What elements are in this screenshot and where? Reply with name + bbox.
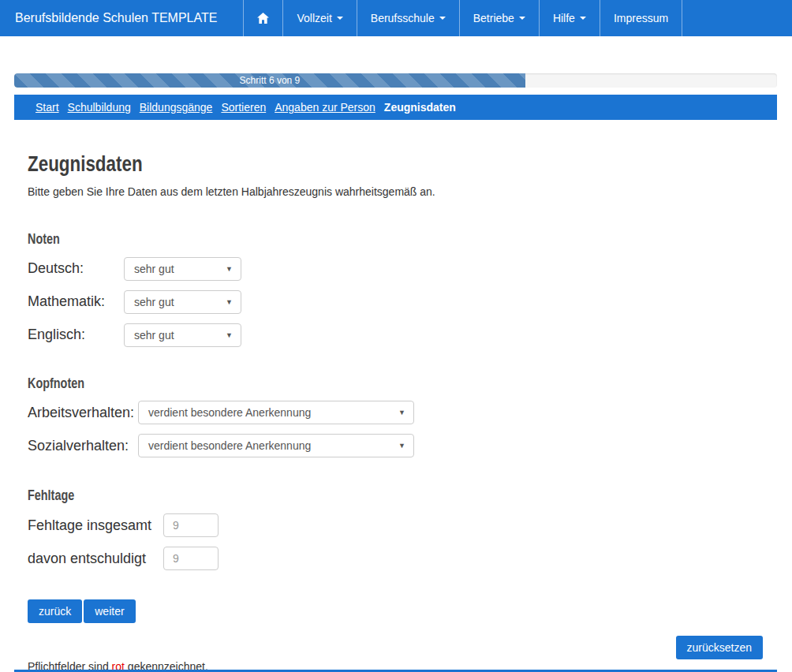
label-davon-entschuldigt: davon entschuldigt	[28, 551, 163, 567]
nav-hilfe[interactable]: Hilfe	[539, 0, 600, 36]
progress-label: Schritt 6 von 9	[240, 75, 301, 86]
chevron-down-icon	[580, 17, 586, 20]
breadcrumb-angaben-zur-person[interactable]: Angaben zur Person	[275, 101, 375, 114]
form-row-deutsch: Deutsch: sehr gut ▼	[28, 257, 792, 281]
dropdown-arrow-icon: ▼	[226, 298, 233, 306]
next-button[interactable]: weiter	[84, 599, 135, 623]
top-navbar: Berufsbildende Schulen TEMPLATE Vollzeit…	[0, 0, 792, 36]
main-content: Zeugnisdaten Bitte geben Sie Ihre Daten …	[0, 152, 792, 623]
progress-fill: Schritt 6 von 9	[14, 73, 525, 88]
form-row-fehltage-insgesamt: Fehltage insgesamt	[28, 513, 792, 537]
label-deutsch: Deutsch:	[28, 260, 124, 277]
form-row-englisch: Englisch: sehr gut ▼	[28, 323, 792, 347]
progress-bar-track: Schritt 6 von 9	[14, 73, 777, 88]
label-sozialverhalten: Sozialverhalten:	[28, 438, 138, 454]
label-fehltage-insgesamt: Fehltage insgesamt	[28, 517, 163, 534]
breadcrumb: Start Schulbildung Bildungsgänge Sortier…	[14, 95, 777, 120]
input-davon-entschuldigt[interactable]	[163, 547, 219, 570]
nav-home[interactable]	[243, 0, 282, 36]
nav-impressum[interactable]: Impressum	[600, 0, 682, 36]
select-sozialverhalten-value: verdient besondere Anerkennung	[148, 439, 311, 452]
nav-hilfe-label: Hilfe	[553, 12, 575, 24]
select-deutsch-value: sehr gut	[134, 263, 174, 275]
form-row-davon-entschuldigt: davon entschuldigt	[28, 547, 792, 570]
select-deutsch[interactable]: sehr gut ▼	[124, 257, 241, 281]
breadcrumb-current-zeugnisdaten: Zeugnisdaten	[384, 101, 456, 114]
section-heading-fehltage: Fehltage	[28, 488, 792, 504]
reset-row: zurücksetzen	[0, 636, 792, 659]
form-row-arbeitsverhalten: Arbeitsverhalten: verdient besondere Ane…	[28, 401, 792, 424]
select-englisch[interactable]: sehr gut ▼	[124, 323, 241, 347]
dropdown-arrow-icon: ▼	[226, 265, 233, 273]
reset-button[interactable]: zurücksetzen	[676, 636, 763, 659]
form-row-mathematik: Mathematik: sehr gut ▼	[28, 290, 792, 314]
select-mathematik-value: sehr gut	[134, 296, 174, 308]
label-mathematik: Mathematik:	[28, 293, 124, 310]
form-row-sozialverhalten: Sozialverhalten: verdient besondere Aner…	[28, 434, 792, 457]
label-arbeitsverhalten: Arbeitsverhalten:	[28, 405, 138, 421]
nav-vollzeit-label: Vollzeit	[297, 12, 331, 24]
form-actions: zurück weiter	[28, 599, 792, 623]
input-fehltage-insgesamt[interactable]	[163, 513, 219, 537]
breadcrumb-start[interactable]: Start	[35, 101, 59, 114]
chevron-down-icon	[439, 17, 446, 20]
breadcrumb-bildungsgaenge[interactable]: Bildungsgänge	[140, 101, 213, 114]
chevron-down-icon	[337, 17, 343, 20]
select-arbeitsverhalten-value: verdient besondere Anerkennung	[148, 406, 311, 419]
navbar-menu: Vollzeit Berufsschule Betriebe Hilfe Imp…	[243, 0, 682, 36]
select-mathematik[interactable]: sehr gut ▼	[124, 290, 241, 314]
nav-berufsschule[interactable]: Berufsschule	[357, 0, 459, 36]
back-button[interactable]: zurück	[28, 599, 82, 623]
nav-betriebe-label: Betriebe	[473, 12, 514, 24]
nav-vollzeit[interactable]: Vollzeit	[282, 0, 356, 36]
breadcrumb-schulbildung[interactable]: Schulbildung	[68, 101, 131, 114]
section-heading-kopfnoten: Kopfnoten	[28, 376, 792, 392]
intro-text: Bitte geben Sie Ihre Daten aus dem letzt…	[28, 185, 792, 198]
select-sozialverhalten[interactable]: verdient besondere Anerkennung ▼	[138, 434, 414, 457]
page-title: Zeugnisdaten	[28, 152, 792, 177]
breadcrumb-sortieren[interactable]: Sortieren	[221, 101, 266, 114]
select-englisch-value: sehr gut	[134, 329, 174, 342]
home-icon	[257, 13, 269, 24]
nav-berufsschule-label: Berufsschule	[371, 12, 435, 24]
dropdown-arrow-icon: ▼	[226, 331, 233, 339]
chevron-down-icon	[519, 17, 525, 20]
dropdown-arrow-icon: ▼	[398, 409, 405, 416]
dropdown-arrow-icon: ▼	[398, 442, 405, 450]
brand-title[interactable]: Berufsbildende Schulen TEMPLATE	[0, 0, 232, 36]
section-heading-noten: Noten	[28, 232, 792, 248]
select-arbeitsverhalten[interactable]: verdient besondere Anerkennung ▼	[138, 401, 414, 424]
nav-impressum-label: Impressum	[614, 12, 668, 24]
label-englisch: Englisch:	[28, 327, 124, 343]
nav-betriebe[interactable]: Betriebe	[459, 0, 539, 36]
